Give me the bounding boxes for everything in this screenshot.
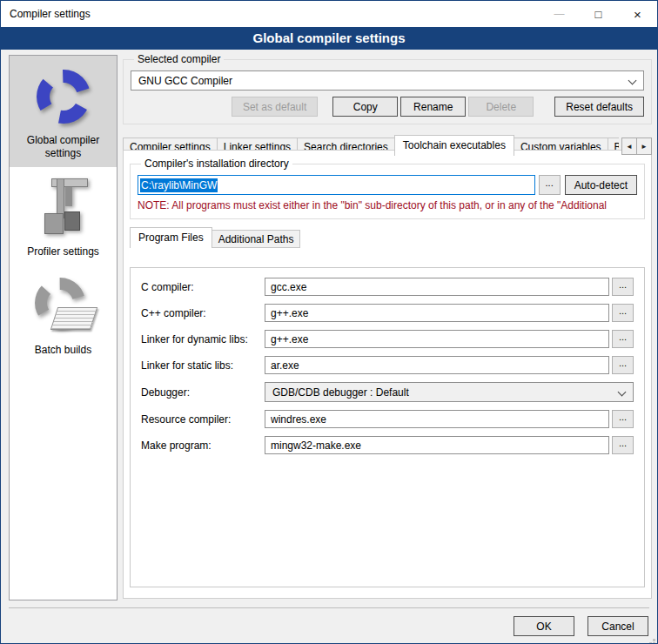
tab-scroll-buttons: ◄ ► <box>621 138 652 155</box>
debugger-select-value: GDB/CDB debugger : Default <box>272 386 409 399</box>
installation-directory-browse-button[interactable]: ... <box>539 175 561 195</box>
sidebar-item-label: Profiler settings <box>13 245 113 258</box>
footer-divider <box>9 607 649 608</box>
maximize-button[interactable]: □ <box>579 2 618 27</box>
set-as-default-button[interactable]: Set as default <box>232 97 318 117</box>
sidebar-item-global-compiler-settings[interactable]: Global compiler settings <box>10 56 117 167</box>
window-title: Compiler settings <box>10 8 540 20</box>
installation-directory-group: Compiler's installation directory C:\ray… <box>130 158 645 219</box>
cpp-compiler-browse-button[interactable]: ... <box>612 304 634 322</box>
arrow-left-icon: ◄ <box>626 143 633 151</box>
dialog-footer: OK Cancel <box>1 607 657 643</box>
close-button[interactable]: × <box>618 2 657 27</box>
resize-grip[interactable] <box>653 639 655 641</box>
reset-defaults-button[interactable]: Reset defaults <box>554 97 644 117</box>
blue-gear-icon <box>37 70 91 124</box>
c-compiler-browse-button[interactable]: ... <box>612 278 634 296</box>
program-subtabs: Program Files Additional Paths <box>130 228 645 248</box>
c-compiler-input[interactable] <box>265 278 609 296</box>
debugger-label: Debugger: <box>141 386 265 399</box>
field-row-resource-compiler: Resource compiler: ... <box>141 410 634 428</box>
subtab-additional-paths[interactable]: Additional Paths <box>212 230 301 248</box>
installation-directory-legend: Compiler's installation directory <box>141 158 292 170</box>
chevron-down-icon <box>618 388 627 397</box>
dynamic-linker-browse-button[interactable]: ... <box>612 330 634 348</box>
field-row-dynamic-linker: Linker for dynamic libs: ... <box>141 330 634 348</box>
field-row-c-compiler: C compiler: ... <box>141 278 634 296</box>
sidebar-item-label: Batch builds <box>13 344 113 357</box>
delete-button[interactable]: Delete <box>468 97 534 117</box>
compiler-actions: Set as default Copy Rename Delete Reset … <box>131 97 644 117</box>
title-bar: Compiler settings — □ × <box>1 1 657 27</box>
resource-compiler-label: Resource compiler: <box>141 413 265 426</box>
resource-compiler-browse-button[interactable]: ... <box>612 410 634 428</box>
make-program-label: Make program: <box>141 439 265 452</box>
page-title: Global compiler settings <box>1 27 657 50</box>
c-compiler-label: C compiler: <box>141 281 265 293</box>
debugger-select[interactable]: GDB/CDB debugger : Default <box>265 382 634 402</box>
field-row-make-program: Make program: ... <box>141 436 634 454</box>
arrow-right-icon: ► <box>641 143 648 151</box>
tab-scroll-right-button[interactable]: ► <box>636 138 652 155</box>
field-row-cpp-compiler: C++ compiler: ... <box>141 304 634 322</box>
installation-directory-input[interactable]: C:\raylib\MinGW <box>138 175 535 195</box>
rename-button[interactable]: Rename <box>400 97 466 117</box>
main-panel: Selected compiler GNU GCC Compiler Set a… <box>123 53 652 600</box>
make-program-browse-button[interactable]: ... <box>612 436 634 454</box>
selected-compiler-legend: Selected compiler <box>134 53 224 65</box>
maximize-icon: □ <box>595 8 602 21</box>
caliper-icon <box>36 177 91 239</box>
copy-button[interactable]: Copy <box>332 97 398 117</box>
selected-compiler-group: Selected compiler GNU GCC Compiler Set a… <box>123 53 652 124</box>
dynamic-linker-label: Linker for dynamic libs: <box>141 333 265 345</box>
bin-subdirectory-note: NOTE: All programs must exist either in … <box>138 199 637 211</box>
program-files-panel: C compiler: ... C++ compiler: ... Linker… <box>130 267 645 587</box>
field-row-static-linker: Linker for static libs: ... <box>141 356 634 374</box>
auto-detect-button[interactable]: Auto-detect <box>565 175 637 195</box>
chevron-down-icon <box>628 77 637 85</box>
static-linker-browse-button[interactable]: ... <box>612 356 634 374</box>
compiler-select[interactable]: GNU GCC Compiler <box>131 70 644 91</box>
minimize-button[interactable]: — <box>540 2 579 27</box>
static-linker-label: Linker for static libs: <box>141 359 265 372</box>
resource-compiler-input[interactable] <box>265 410 609 428</box>
tab-toolchain-executables[interactable]: Toolchain executables <box>394 135 514 156</box>
subtab-program-files[interactable]: Program Files <box>130 227 212 248</box>
close-icon: × <box>634 7 641 22</box>
toolchain-executables-panel: Compiler's installation directory C:\ray… <box>123 150 652 599</box>
tab-scroll-left-button[interactable]: ◄ <box>621 138 637 155</box>
cancel-button[interactable]: Cancel <box>588 616 648 636</box>
ok-button[interactable]: OK <box>514 616 574 636</box>
make-program-input[interactable] <box>265 436 609 454</box>
cpp-compiler-input[interactable] <box>265 304 609 322</box>
compiler-settings-dialog: Compiler settings — □ × Global compiler … <box>0 0 658 644</box>
installation-directory-value: C:\raylib\MinGW <box>140 178 218 192</box>
settings-category-list: Global compiler settings Profiler settin… <box>9 55 118 600</box>
compiler-select-value: GNU GCC Compiler <box>138 75 232 87</box>
sidebar-item-profiler-settings[interactable]: Profiler settings <box>10 167 117 265</box>
cpp-compiler-label: C++ compiler: <box>141 307 265 319</box>
static-linker-input[interactable] <box>265 356 609 374</box>
gray-gear-stack-icon <box>33 274 94 339</box>
sidebar-item-label: Global compiler settings <box>13 134 113 160</box>
dynamic-linker-input[interactable] <box>265 330 609 348</box>
minimize-icon: — <box>554 8 565 20</box>
sidebar-item-batch-builds[interactable]: Batch builds <box>10 265 117 364</box>
field-row-debugger: Debugger: GDB/CDB debugger : Default <box>141 382 634 402</box>
